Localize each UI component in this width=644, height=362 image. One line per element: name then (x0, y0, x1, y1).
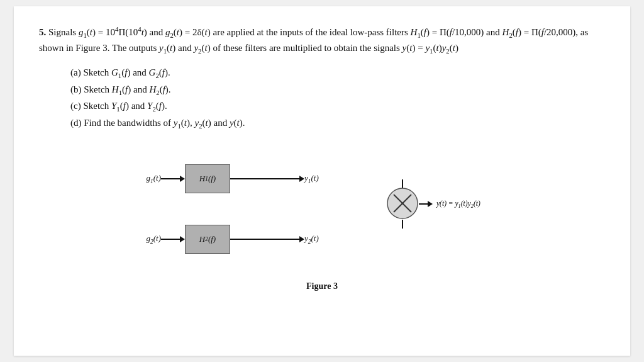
top-output-line (230, 178, 299, 179)
bottom-output-arrow (230, 236, 304, 242)
page: 5. Signals g1(t) = 104Π(104t) and g2(t) … (14, 6, 630, 356)
top-output-arrow (230, 176, 304, 182)
bottom-signal-path: g2(t) H2(f) y2(t) (140, 225, 323, 254)
bottom-output-label: y2(t) (304, 234, 323, 245)
bottom-input-line (161, 239, 180, 240)
bottom-filter-label: H (199, 234, 205, 244)
diagram: g1(t) H1(f) y1(t) (140, 150, 504, 270)
problem-text: 5. Signals g1(t) = 104Π(104t) and g2(t) … (39, 24, 605, 132)
output-equation: y(t) = y1(t)y2(t) (436, 200, 480, 209)
multiplier-svg (386, 187, 419, 220)
sub-items: (a) Sketch G1(f) and G2(f). (b) Sketch H… (70, 65, 605, 131)
sub-item-a: (a) Sketch G1(f) and G2(f). (70, 65, 605, 81)
bottom-input-arrowhead (180, 236, 185, 242)
multiplier-output-row: y(t) = y1(t)y2(t) (419, 200, 480, 209)
top-signal-path: g1(t) H1(f) y1(t) (140, 164, 323, 193)
vertical-connector-bottom (402, 220, 403, 229)
output-line (419, 203, 428, 205)
top-input-label: g1(t) (140, 173, 161, 184)
sub-item-b: (b) Sketch H1(f) and H2(f). (70, 82, 605, 98)
bottom-input-arrow (161, 236, 185, 242)
bottom-input-label: g2(t) (140, 234, 161, 245)
top-output-label: y1(t) (304, 173, 323, 184)
top-filter-box: H1(f) (185, 164, 230, 193)
bottom-output-line (230, 239, 299, 240)
top-input-arrow (161, 176, 185, 182)
top-input-line (161, 178, 180, 179)
sub-item-d: (d) Find the bandwidths of y1(t), y2(t) … (70, 115, 605, 132)
top-filter-label: H (199, 174, 205, 184)
top-output-arrowhead (299, 176, 304, 182)
multiplier-circle (386, 187, 419, 220)
sub-item-c: (c) Sketch Y1(f) and Y2(f). (70, 98, 605, 115)
bottom-output-arrowhead (299, 236, 304, 242)
problem-number: 5. (39, 27, 46, 37)
figure-area: g1(t) H1(f) y1(t) (39, 150, 605, 291)
figure-caption: Figure 3 (306, 281, 338, 291)
bottom-filter-box: H2(f) (185, 225, 230, 254)
top-input-arrowhead (180, 176, 185, 182)
output-arrowhead (428, 201, 433, 207)
